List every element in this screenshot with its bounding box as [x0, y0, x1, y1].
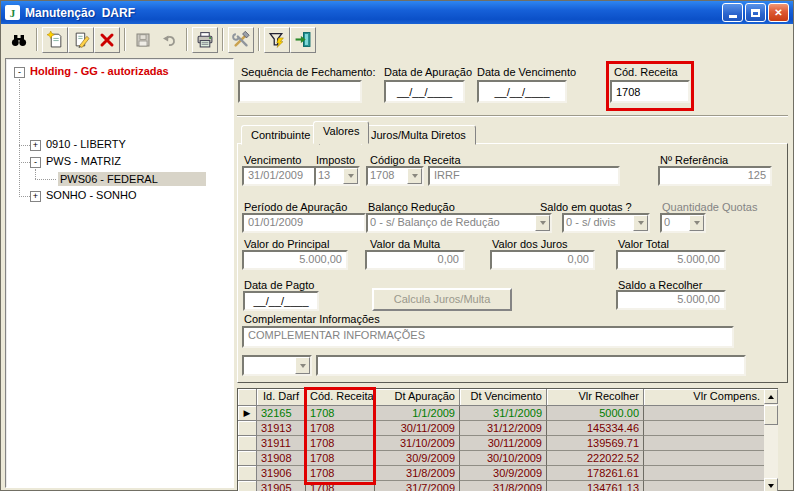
undo-arrow-icon: [161, 32, 178, 48]
codigo-receita-label: Código da Receita: [370, 154, 461, 166]
saldo-quotas-combo: 0 - s/ divis: [562, 213, 650, 233]
calcula-juros-multa-button: Calcula Juros/Multa: [372, 288, 512, 311]
tree-item-pws06-selected[interactable]: PWS06 - FEDERAL: [58, 172, 206, 186]
sequencia-input[interactable]: [238, 80, 362, 103]
grid-row[interactable]: 31913 1708 30/11/2009 31/12/2009 145334.…: [238, 421, 778, 436]
valor-juros-label: Valor dos Juros: [492, 238, 568, 250]
tree-item-pws[interactable]: PWS - MATRIZ: [46, 155, 121, 167]
receita-descricao-field: IRRF: [428, 166, 620, 186]
balanco-reducao-label: Balanço Redução: [368, 201, 455, 213]
balanco-reducao-combo: 0 - s/ Balanço de Redução: [366, 213, 552, 233]
data-pagto-label: Data de Pagto: [244, 279, 314, 291]
grid-row[interactable]: 31905 1708 31/7/2009 31/8/2009 134761.13: [238, 481, 778, 491]
maximize-icon: [751, 9, 760, 17]
imposto-combo: 13: [314, 166, 360, 186]
minimize-button[interactable]: [722, 3, 743, 22]
tree-guide-line: [35, 169, 36, 179]
dropdown-button: [407, 168, 422, 184]
grid-row[interactable]: 31906 1708 31/8/2009 30/9/2009 178261.61: [238, 466, 778, 481]
tree-guide-line: [19, 162, 30, 163]
row-arrow-icon: ▶: [244, 408, 251, 418]
cod-receita-label: Cód. Receita: [614, 66, 678, 78]
new-record-button[interactable]: [42, 27, 68, 53]
edit-document-icon: [73, 31, 90, 48]
print-button[interactable]: [192, 27, 218, 53]
tree-item-holding[interactable]: Holding - GG - autorizadas: [30, 65, 169, 77]
chevron-down-icon: [348, 174, 354, 178]
tab-juros-multa[interactable]: Juros/Multa Diretos: [361, 125, 476, 145]
delete-x-icon: [99, 32, 115, 48]
window-title: Manutenção DARF: [25, 6, 135, 20]
maximize-button[interactable]: [745, 3, 766, 22]
edit-record-button[interactable]: [68, 27, 94, 53]
valor-juros-field: 0,00: [490, 250, 595, 270]
chevron-down-icon: [540, 221, 546, 225]
find-button[interactable]: [6, 27, 32, 53]
grid-row[interactable]: 31908 1708 30/9/2009 30/10/2009 222022.5…: [238, 451, 778, 466]
toolbar-separator: [258, 28, 260, 51]
tree-expander-pws[interactable]: -: [30, 157, 41, 168]
new-document-icon: [47, 31, 64, 48]
toolbar-separator: [186, 28, 188, 51]
cod-receita-input[interactable]: [610, 80, 690, 103]
extra-input[interactable]: [316, 355, 746, 376]
grid-header-selector: [238, 389, 257, 406]
company-tree: - Holding - GG - autorizadas + 0910 - LI…: [5, 58, 234, 488]
scrollbar-thumb[interactable]: [764, 405, 778, 425]
quantidade-quotas-combo: 0: [660, 213, 706, 233]
grid-header-id[interactable]: Id. Darf: [257, 389, 306, 406]
scroll-up-button[interactable]: [764, 389, 778, 404]
data-apuracao-input[interactable]: [384, 80, 465, 103]
close-button[interactable]: ✕: [768, 3, 789, 22]
tools-button[interactable]: [228, 27, 254, 53]
grid-header-compensado[interactable]: Vlr Compens.: [644, 389, 765, 406]
extra-combo: [242, 355, 312, 376]
grid-vertical-scrollbar[interactable]: [764, 389, 778, 491]
valor-multa-field: 0,00: [365, 250, 465, 270]
valor-total-label: Valor Total: [618, 238, 669, 250]
toolbar: [1, 24, 793, 55]
exit-door-icon: [294, 31, 312, 48]
grid-header-recolher[interactable]: Vlr Recolher: [547, 389, 644, 406]
tree-item-sonho[interactable]: SONHO - SONHO: [46, 189, 136, 201]
tree-expander-sonho[interactable]: +: [30, 191, 41, 202]
filter-lightning-icon: [268, 31, 286, 48]
tree-expander-root[interactable]: -: [14, 67, 25, 78]
data-apuracao-label: Data de Apuração: [384, 66, 472, 78]
valor-total-field: 5.000,00: [616, 250, 726, 270]
scroll-down-icon: [768, 484, 774, 488]
exit-button[interactable]: [290, 27, 316, 53]
tree-guide-line: [19, 145, 30, 146]
dropdown-button: [689, 215, 704, 231]
grid-row[interactable]: ▶ 32165 1708 1/1/2009 31/1/2009 5000.00: [238, 406, 778, 421]
data-pagto-input[interactable]: [243, 291, 319, 311]
vencimento-field: 31/01/2009: [242, 166, 316, 186]
tree-expander-liberty[interactable]: +: [30, 140, 41, 151]
grid-header-apuracao[interactable]: Dt Apuração: [375, 389, 460, 406]
data-vencimento-input[interactable]: [477, 80, 567, 103]
tree-item-liberty[interactable]: 0910 - LIBERTY: [46, 138, 126, 150]
tab-valores[interactable]: Valores: [313, 121, 369, 144]
tab-contribuinte[interactable]: Contribuinte: [241, 125, 320, 145]
divider: [237, 115, 788, 117]
delete-record-button[interactable]: [94, 27, 120, 53]
grid-header-cod[interactable]: Cód. Receita: [306, 389, 375, 406]
printer-icon: [196, 31, 214, 48]
binoculars-icon: [10, 32, 28, 48]
title-bar: J Manutenção DARF ✕: [1, 1, 793, 24]
quantidade-quotas-label: Quantidade Quotas: [662, 201, 757, 213]
dropdown-button: [295, 357, 310, 374]
dropdown-button: [633, 215, 648, 231]
tree-guide-line: [35, 179, 56, 180]
toolbar-separator: [124, 28, 126, 51]
save-button: [130, 27, 156, 53]
grid-header-vencimento[interactable]: Dt Vencimento: [460, 389, 547, 406]
dropdown-button: [343, 168, 358, 184]
chevron-down-icon: [694, 221, 700, 225]
current-row-indicator: ▶: [238, 406, 257, 421]
grid-row[interactable]: 31911 1708 31/10/2009 30/11/2009 139569.…: [238, 436, 778, 451]
filter-button[interactable]: [264, 27, 290, 53]
sequencia-label: Sequência de Fechamento:: [241, 66, 376, 78]
darf-grid: Id. Darf Cód. Receita Dt Apuração Dt Ven…: [237, 388, 778, 491]
scroll-down-button[interactable]: [764, 478, 778, 491]
